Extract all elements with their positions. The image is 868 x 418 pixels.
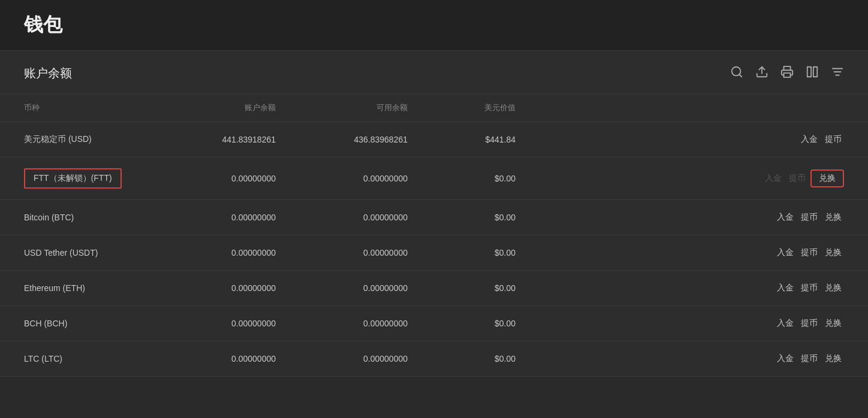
available-cell: 0.00000000 (300, 341, 432, 377)
balance-table: 币种 账户余额 可用余额 美元价值 美元稳定币 (USD)441.8391826… (0, 94, 868, 377)
actions-cell: 入金 提币 兑换 (540, 341, 868, 377)
actions-cell: 入金 提币 兑换 (540, 306, 868, 341)
usd-value-cell: $0.00 (432, 200, 540, 235)
deposit-button[interactable]: 入金 (798, 133, 820, 146)
balance-cell: 0.00000000 (168, 271, 300, 306)
table-row: Bitcoin (BTC)0.000000000.00000000$0.00入金… (0, 200, 868, 235)
balance-cell: 0.00000000 (168, 157, 300, 200)
usd-value-cell: $0.00 (432, 157, 540, 200)
columns-icon[interactable] (806, 65, 819, 81)
usd-value-cell: $0.00 (432, 341, 540, 377)
withdraw-button[interactable]: 提币 (798, 281, 820, 295)
table-row: LTC (LTC)0.000000000.00000000$0.00入金 提币 … (0, 341, 868, 377)
withdraw-button[interactable]: 提币 (798, 211, 820, 224)
available-cell: 0.00000000 (300, 306, 432, 341)
currency-cell: USD Tether (USDT) (0, 235, 168, 271)
exchange-button[interactable]: 兑换 (822, 211, 844, 224)
currency-cell: BCH (BCH) (0, 306, 168, 341)
balance-cell: 0.00000000 (168, 341, 300, 377)
download-icon[interactable] (755, 65, 768, 81)
section-title: 账户余额 (24, 65, 72, 81)
available-cell: 436.83968261 (300, 122, 432, 157)
main-content: 账户余额 (0, 51, 868, 377)
deposit-button: 入金 (762, 172, 784, 185)
exchange-button[interactable]: 兑换 (810, 169, 844, 187)
svg-rect-4 (807, 67, 811, 77)
withdraw-button[interactable]: 提币 (798, 352, 820, 365)
section-header: 账户余额 (0, 51, 868, 94)
actions-cell: 入金 提币 兑换 (540, 235, 868, 271)
usd-value-cell: $0.00 (432, 306, 540, 341)
deposit-button[interactable]: 入金 (774, 352, 796, 365)
usd-value-cell: $0.00 (432, 235, 540, 271)
currency-cell: FTT（未解锁）(FTT) (0, 157, 168, 200)
balance-cell: 0.00000000 (168, 306, 300, 341)
currency-cell: Bitcoin (BTC) (0, 200, 168, 235)
table-row: FTT（未解锁）(FTT)0.000000000.00000000$0.00入金… (0, 157, 868, 200)
header-balance: 账户余额 (168, 94, 300, 122)
actions-cell: 入金 提币 兑换 (540, 157, 868, 200)
usd-value-cell: $0.00 (432, 271, 540, 306)
deposit-button[interactable]: 入金 (774, 281, 796, 295)
available-cell: 0.00000000 (300, 157, 432, 200)
header-actions (540, 94, 868, 122)
balance-cell: 441.83918261 (168, 122, 300, 157)
header-currency: 币种 (0, 94, 168, 122)
actions-cell: 入金 提币 (540, 122, 868, 157)
withdraw-button: 提币 (786, 172, 808, 185)
available-cell: 0.00000000 (300, 235, 432, 271)
print-icon[interactable] (780, 65, 794, 81)
page-header: 钱包 (0, 0, 868, 51)
actions-cell: 入金 提币 兑换 (540, 271, 868, 306)
svg-rect-3 (784, 73, 791, 77)
toolbar (730, 65, 844, 81)
exchange-button[interactable]: 兑换 (822, 317, 844, 330)
filter-icon[interactable] (831, 65, 844, 81)
header-available: 可用余额 (300, 94, 432, 122)
available-cell: 0.00000000 (300, 200, 432, 235)
balance-cell: 0.00000000 (168, 200, 300, 235)
deposit-button[interactable]: 入金 (774, 246, 796, 259)
table-row: USD Tether (USDT)0.000000000.00000000$0.… (0, 235, 868, 271)
exchange-button[interactable]: 兑换 (822, 246, 844, 259)
currency-cell: Ethereum (ETH) (0, 271, 168, 306)
actions-cell: 入金 提币 兑换 (540, 200, 868, 235)
available-cell: 0.00000000 (300, 271, 432, 306)
deposit-button[interactable]: 入金 (774, 211, 796, 224)
currency-cell: 美元稳定币 (USD) (0, 122, 168, 157)
deposit-button[interactable]: 入金 (774, 317, 796, 330)
svg-line-1 (739, 74, 742, 77)
withdraw-button[interactable]: 提币 (822, 133, 844, 146)
search-icon[interactable] (730, 65, 743, 81)
ftt-currency-label: FTT（未解锁）(FTT) (24, 168, 122, 189)
currency-cell: LTC (LTC) (0, 341, 168, 377)
usd-value-cell: $441.84 (432, 122, 540, 157)
withdraw-button[interactable]: 提币 (798, 246, 820, 259)
table-row: Ethereum (ETH)0.000000000.00000000$0.00入… (0, 271, 868, 306)
balance-cell: 0.00000000 (168, 235, 300, 271)
table-header: 币种 账户余额 可用余额 美元价值 (0, 94, 868, 122)
table-row: 美元稳定币 (USD)441.83918261436.83968261$441.… (0, 122, 868, 157)
exchange-button[interactable]: 兑换 (822, 352, 844, 365)
table-row: BCH (BCH)0.000000000.00000000$0.00入金 提币 … (0, 306, 868, 341)
header-usd: 美元价值 (432, 94, 540, 122)
exchange-button[interactable]: 兑换 (822, 281, 844, 295)
withdraw-button[interactable]: 提币 (798, 317, 820, 330)
svg-rect-5 (813, 67, 817, 77)
page-title: 钱包 (24, 12, 844, 38)
